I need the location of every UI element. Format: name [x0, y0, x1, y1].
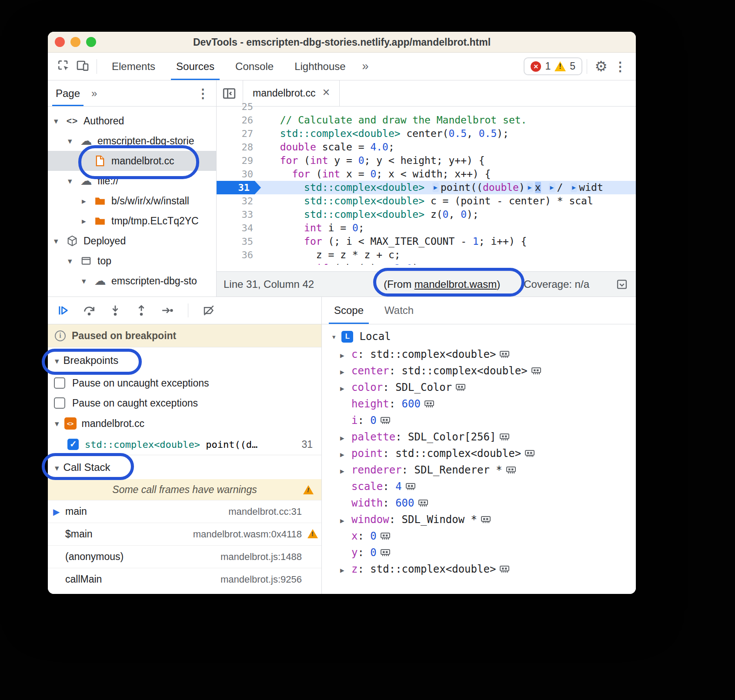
chevron-down-icon[interactable] [54, 116, 65, 126]
tree-item-deployed[interactable]: Deployed [48, 231, 216, 251]
tree-item-mandelbrot-cc[interactable]: mandelbrot.cc [48, 151, 216, 171]
uncaught-exceptions-checkbox[interactable] [54, 377, 65, 389]
chevron-right-icon[interactable] [82, 196, 93, 206]
wasm-file-link[interactable]: mandelbrot.wasm [414, 278, 497, 290]
scope-variable-row[interactable]: center std::complex<double> [322, 363, 636, 379]
scope-variable-row[interactable]: point std::complex<double> [322, 445, 636, 462]
line-number[interactable]: 36 [217, 248, 261, 262]
breakpoint-file-group[interactable]: mandelbrot.cc [48, 413, 321, 434]
memory-inspector-icon[interactable] [499, 433, 510, 441]
memory-inspector-icon[interactable] [499, 350, 510, 359]
scope-variable-row[interactable]: window SDL_Window * [322, 511, 636, 528]
memory-inspector-icon[interactable] [418, 499, 428, 507]
line-number[interactable]: 37 [217, 262, 261, 265]
chevron-down-icon[interactable] [55, 354, 59, 367]
close-window-button[interactable] [55, 37, 65, 47]
chevron-down-icon[interactable] [68, 176, 79, 186]
toggle-navigator-icon[interactable] [222, 86, 237, 101]
sidebar-tab[interactable]: Scope [324, 297, 374, 324]
scope-variable-row[interactable]: height 600 [322, 396, 636, 412]
line-number[interactable]: 35 [217, 235, 261, 248]
memory-inspector-icon[interactable] [380, 548, 391, 557]
expand-arrow-icon[interactable] [340, 563, 351, 575]
call-stack-section-header[interactable]: Call Stack [48, 455, 321, 479]
close-tab-icon[interactable] [322, 87, 330, 99]
expand-arrow-icon[interactable] [340, 431, 351, 443]
expand-arrow-icon[interactable] [340, 513, 351, 526]
chevron-down-icon[interactable] [331, 332, 336, 341]
expand-arrow-icon[interactable] [340, 365, 351, 377]
line-number[interactable]: 33 [217, 208, 261, 221]
panel-tab[interactable]: Sources [166, 53, 225, 80]
chevron-down-icon[interactable] [54, 236, 65, 246]
deactivate-breakpoints-button[interactable] [202, 304, 215, 317]
scope-variable-row[interactable]: c std::complex<double> [322, 346, 636, 363]
memory-inspector-icon[interactable] [424, 400, 434, 408]
scope-variable-row[interactable]: x 0 [322, 528, 636, 544]
minimize-window-button[interactable] [70, 37, 80, 47]
tree-item-emscripten-deployed[interactable]: emscripten-dbg-sto [48, 271, 216, 291]
scope-variable-row[interactable]: palette SDL_Color[256] [322, 429, 636, 445]
memory-inspector-icon[interactable] [499, 565, 510, 573]
scope-variable-row[interactable]: y 0 [322, 544, 636, 561]
line-number[interactable]: 30 [217, 167, 261, 181]
chevron-down-icon[interactable] [55, 419, 59, 429]
memory-inspector-icon[interactable] [506, 466, 516, 474]
call-stack-frame[interactable]: (anonymous) mandelbrot.js:1488 [48, 545, 321, 568]
breakpoints-section-header[interactable]: Breakpoints [48, 347, 321, 373]
panel-tab[interactable]: Elements [101, 53, 166, 80]
scope-variable-row[interactable]: renderer SDL_Renderer * [322, 462, 636, 478]
step-button[interactable] [161, 304, 174, 317]
caught-exceptions-checkbox[interactable] [54, 397, 65, 409]
call-stack-frame[interactable]: callMain mandelbrot.js:9256 [48, 568, 321, 590]
chevron-down-icon[interactable] [68, 256, 79, 266]
scope-variable-row[interactable]: width 600 [322, 495, 636, 511]
memory-inspector-icon[interactable] [380, 532, 391, 540]
memory-inspector-icon[interactable] [405, 482, 416, 491]
memory-inspector-icon[interactable] [481, 515, 491, 524]
code-area[interactable]: 2526 // Calculate and draw the Mandelbro… [217, 100, 636, 265]
memory-inspector-icon[interactable] [525, 449, 535, 458]
frame-location[interactable]: mandelbrot.js:9256 [212, 574, 302, 585]
line-number[interactable]: 29 [217, 154, 261, 167]
navigator-more-tabs-button[interactable]: » [88, 87, 100, 100]
device-toolbar-button[interactable] [73, 57, 92, 76]
chevron-right-icon[interactable] [82, 216, 93, 226]
scope-variable-row[interactable]: i 0 [322, 412, 636, 429]
line-number[interactable]: 34 [217, 221, 261, 235]
line-number[interactable]: 25 [217, 100, 261, 113]
more-panels-button[interactable]: » [356, 60, 375, 73]
tree-item-emscripten-site[interactable]: emscripten-dbg-storie [48, 131, 216, 151]
drawer-icon[interactable] [616, 278, 628, 290]
frame-location[interactable]: mandelbrot.wasm:0x4118 [184, 529, 302, 540]
panel-tab[interactable]: Console [225, 53, 284, 80]
settings-gear-button[interactable] [591, 57, 611, 76]
inspect-element-button[interactable] [54, 57, 73, 76]
scope-variable-row[interactable]: color SDL_Color [322, 379, 636, 396]
execution-line-number[interactable]: 31 [217, 181, 261, 194]
sidebar-tab[interactable]: Watch [374, 297, 424, 324]
memory-inspector-icon[interactable] [455, 383, 466, 392]
call-stack-frame[interactable]: $main mandelbrot.wasm:0x4118 [48, 523, 321, 545]
chevron-down-icon[interactable] [68, 136, 79, 146]
tree-item-tmp-folder[interactable]: tmp/tmp.ELcTq2YC [48, 211, 216, 231]
expand-arrow-icon[interactable] [340, 464, 351, 476]
tree-item-top-frame[interactable]: top [48, 251, 216, 271]
chevron-down-icon[interactable] [82, 276, 93, 286]
step-into-button[interactable] [109, 304, 122, 317]
memory-inspector-icon[interactable] [380, 416, 391, 425]
line-number[interactable]: 28 [217, 140, 261, 154]
pause-caught-exceptions-row[interactable]: Pause on caught exceptions [48, 393, 321, 413]
frame-location[interactable]: mandelbrot.js:1488 [212, 551, 302, 563]
zoom-window-button[interactable] [86, 37, 96, 47]
expand-arrow-icon[interactable] [340, 381, 351, 393]
line-number[interactable]: 26 [217, 113, 261, 127]
tree-item-authored[interactable]: Authored [48, 111, 216, 131]
breakpoint-entry[interactable]: std::complex<double> point((d… 31 [48, 434, 321, 455]
line-number[interactable]: 32 [217, 194, 261, 208]
expand-arrow-icon[interactable] [340, 348, 351, 360]
frame-location[interactable]: mandelbrot.cc:31 [220, 506, 302, 517]
pause-uncaught-exceptions-row[interactable]: Pause on uncaught exceptions [48, 373, 321, 393]
devtools-menu-button[interactable] [611, 57, 630, 76]
scope-local-section[interactable]: L Local [322, 327, 636, 346]
